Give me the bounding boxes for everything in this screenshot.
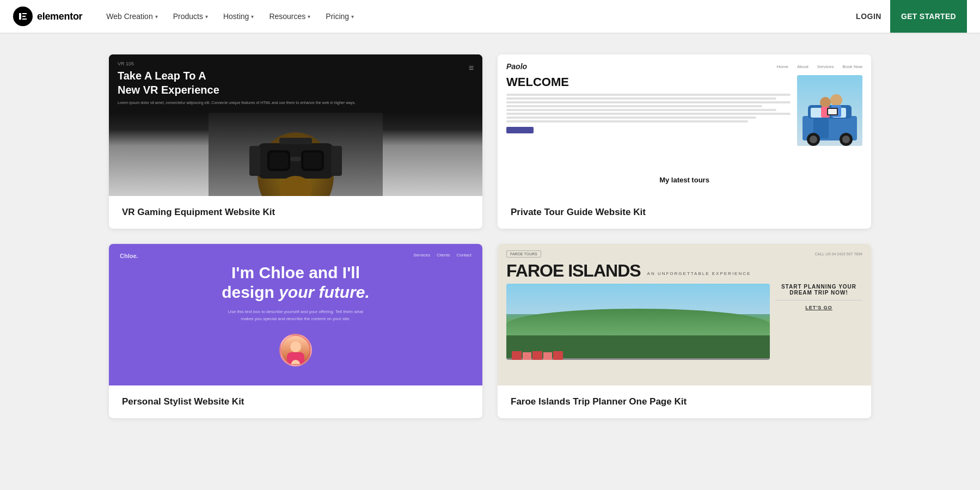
svg-rect-15 xyxy=(290,157,301,161)
chloe-avatar xyxy=(279,334,312,366)
chloe-bg: Chloe. Services Clients Contact I'm Chlo… xyxy=(109,244,482,385)
tour-nav-bar: Paolo Home About Services Book Now xyxy=(506,62,862,71)
kit-card-personal-stylist[interactable]: Chloe. Services Clients Contact I'm Chlo… xyxy=(109,244,482,418)
menu-icon: ≡ xyxy=(469,63,474,73)
faroe-bg: FAROE TOURS CALL US 04 2415 507 7894 FAR… xyxy=(498,244,871,385)
faroe-title-row: FAROE ISLANDS AN UNFORGETTABLE EXPERIENC… xyxy=(506,262,862,279)
tour-text: WELCOME xyxy=(506,75,791,133)
vr-subtext: Lorem ipsum dolor sit amet, consectetur … xyxy=(118,100,463,106)
chloe-headline: I'm Chloe and I'lldesign your future. xyxy=(222,263,370,302)
nav-item-products[interactable]: Products ▾ xyxy=(167,8,215,25)
tour-main-row: WELCOME xyxy=(506,75,862,167)
chevron-down-icon: ▾ xyxy=(308,14,310,20)
svg-rect-2 xyxy=(22,16,26,17)
kit-title-vr-gaming: VR Gaming Equipment Website Kit xyxy=(109,196,482,229)
vr-label: VR 105 xyxy=(118,61,463,66)
faroe-lets-go: LET'S GO xyxy=(775,305,862,310)
logo[interactable]: elementor xyxy=(13,7,82,26)
login-link[interactable]: LOGIN xyxy=(856,12,881,21)
faroe-village xyxy=(506,333,770,360)
faroe-cta-box: START PLANNING YOUR DREAM TRIP NOW! LET'… xyxy=(775,284,862,379)
svg-point-27 xyxy=(820,97,831,108)
nav-links: Web Creation ▾ Products ▾ Hosting ▾ Reso… xyxy=(100,8,856,25)
nav-item-web-creation[interactable]: Web Creation ▾ xyxy=(100,8,164,25)
tour-bottom-text: My latest tours xyxy=(506,171,862,188)
kit-grid: VR 105 Take A Leap To ANew VR Experience… xyxy=(0,33,980,440)
faroe-phone: CALL US 04 2415 507 7894 xyxy=(815,252,862,256)
chevron-down-icon: ▾ xyxy=(351,14,354,20)
chevron-down-icon: ▾ xyxy=(205,14,208,20)
svg-rect-10 xyxy=(331,146,342,176)
vr-image xyxy=(109,113,482,197)
kit-preview-personal-stylist: Chloe. Services Clients Contact I'm Chlo… xyxy=(109,244,482,385)
chevron-down-icon: ▾ xyxy=(155,14,158,20)
svg-point-29 xyxy=(830,94,842,106)
faroe-landscape-image xyxy=(506,284,770,360)
svg-rect-9 xyxy=(249,146,260,176)
svg-rect-0 xyxy=(19,13,21,20)
tour-image xyxy=(797,75,862,146)
svg-rect-8 xyxy=(279,138,312,144)
nav-item-hosting[interactable]: Hosting ▾ xyxy=(217,8,260,25)
svg-rect-14 xyxy=(303,152,322,169)
faroe-main-content: START PLANNING YOUR DREAM TRIP NOW! LET'… xyxy=(506,284,862,379)
tour-button xyxy=(506,127,534,133)
chloe-avatar-image xyxy=(281,336,310,364)
navbar: elementor Web Creation ▾ Products ▾ Host… xyxy=(0,0,980,33)
faroe-subtitle: AN UNFORGETTABLE EXPERIENCE xyxy=(647,271,751,276)
tour-welcome-text: WELCOME xyxy=(506,75,791,89)
faroe-topbar: FAROE TOURS CALL US 04 2415 507 7894 xyxy=(506,250,862,258)
tour-brand: Paolo xyxy=(506,62,768,71)
faroe-cta-text: START PLANNING YOUR DREAM TRIP NOW! xyxy=(775,284,862,296)
kit-preview-vr-gaming: VR 105 Take A Leap To ANew VR Experience… xyxy=(109,54,482,196)
nav-right: LOGIN GET STARTED xyxy=(856,0,967,33)
svg-point-26 xyxy=(842,136,850,143)
faroe-divider xyxy=(775,300,862,301)
kit-card-vr-gaming[interactable]: VR 105 Take A Leap To ANew VR Experience… xyxy=(109,54,482,229)
kit-card-tour-guide[interactable]: Paolo Home About Services Book Now WELCO… xyxy=(498,54,871,229)
chloe-subtext: Use this text box to describe yourself a… xyxy=(225,309,366,323)
chloe-nav-links: Services Clients Contact xyxy=(413,253,471,259)
kit-title-tour-guide: Private Tour Guide Website Kit xyxy=(498,196,871,229)
svg-rect-32 xyxy=(828,109,837,114)
tour-description xyxy=(506,94,791,122)
kit-title-faroe-islands: Faroe Islands Trip Planner One Page Kit xyxy=(498,385,871,418)
chloe-navbar: Chloe. Services Clients Contact xyxy=(109,253,482,259)
faroe-brand: FAROE TOURS xyxy=(506,250,541,258)
svg-rect-1 xyxy=(22,13,27,14)
kit-preview-faroe-islands: FAROE TOURS CALL US 04 2415 507 7894 FAR… xyxy=(498,244,871,385)
svg-rect-3 xyxy=(22,19,27,20)
kit-card-faroe-islands[interactable]: FAROE TOURS CALL US 04 2415 507 7894 FAR… xyxy=(498,244,871,418)
nav-item-resources[interactable]: Resources ▾ xyxy=(262,8,317,25)
svg-point-33 xyxy=(290,341,301,352)
logo-icon xyxy=(13,7,33,26)
svg-rect-12 xyxy=(270,152,288,169)
faroe-title: FAROE ISLANDS xyxy=(506,262,641,279)
get-started-button[interactable]: GET STARTED xyxy=(890,0,967,33)
kit-title-personal-stylist: Personal Stylist Website Kit xyxy=(109,385,482,418)
chevron-down-icon: ▾ xyxy=(251,14,254,20)
logo-text: elementor xyxy=(37,11,82,22)
kit-preview-tour-guide: Paolo Home About Services Book Now WELCO… xyxy=(498,54,871,196)
vr-headline: Take A Leap To ANew VR Experience xyxy=(118,69,463,97)
nav-item-pricing[interactable]: Pricing ▾ xyxy=(319,8,360,25)
svg-point-24 xyxy=(810,136,817,143)
